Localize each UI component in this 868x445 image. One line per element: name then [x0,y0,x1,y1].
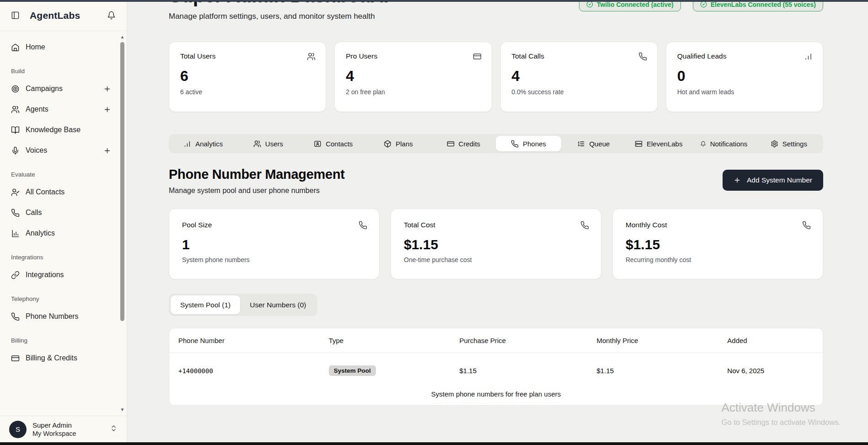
phone-numbers-table: Phone Number Type Purchase Price Monthly… [169,328,823,388]
stat-subtitle: One-time purchase cost [404,256,588,263]
tab-plans[interactable]: Plans [366,136,431,151]
sidebar-item-label: Billing & Credits [26,354,111,362]
sidebar-item-voices[interactable]: Voices [11,144,111,157]
user-name: Super Admin [32,421,76,429]
sidebar-item-label: Integrations [26,271,111,279]
stat-value: 1 [182,237,366,252]
stat-subtitle: Recurring monthly cost [626,256,810,263]
sidebar-item-agents[interactable]: Agents [11,102,111,116]
scroll-up-arrow-icon[interactable]: ▲ [119,35,125,39]
tab-queue[interactable]: Queue [561,136,626,151]
stat-title: Total Calls [512,52,646,60]
phone-icon [802,221,811,231]
subtab-user-numbers[interactable]: User Numbers (0) [240,295,316,314]
tab-elevenlabs[interactable]: ElevenLabs [626,136,691,151]
stat-title: Total Users [180,52,315,60]
stat-value: 0 [677,68,812,85]
phone-icon [580,221,589,231]
subtab-system-pool[interactable]: System Pool (1) [171,295,240,314]
sidebar-item-campaigns[interactable]: Campaigns [11,82,111,96]
stat-title: Pool Size [182,221,366,229]
stat-subtitle: 6 active [180,88,315,96]
tab-label: Phones [523,140,546,148]
table-row[interactable]: +14000000 System Pool $1.15 $1.15 Nov 6,… [169,353,823,389]
phone-icon [638,52,647,63]
tab-notifications[interactable]: Notifications [691,136,756,151]
sidebar-item-label: Campaigns [26,85,97,93]
book-open-icon [11,126,20,134]
sidebar-toggle-button[interactable] [11,11,20,20]
workspace-name: My Workspace [32,430,76,437]
id-card-icon [314,140,321,148]
brand-title: AgentLabs [30,10,107,21]
bar-chart-icon [183,140,191,148]
cell-phone-number: +14000000 [169,353,320,389]
stat-subtitle: 2 on free plan [346,88,480,96]
col-added: Added [718,328,823,353]
phone-icon [11,312,20,321]
stat-title: Total Cost [404,221,588,229]
col-phone-number: Phone Number [169,328,320,353]
stat-subtitle: 0.0% success rate [512,88,646,96]
tab-phones[interactable]: Phones [496,136,561,151]
bell-icon [700,141,706,147]
add-button-label: Add System Number [747,176,812,184]
sidebar-item-phone-numbers[interactable]: Phone Numbers [11,310,111,323]
list-ordered-icon [577,140,585,148]
notifications-bell-button[interactable] [107,11,116,20]
tab-analytics[interactable]: Analytics [171,136,236,151]
phone-icon [359,221,367,231]
server-icon [635,140,643,148]
sidebar-item-knowledge-base[interactable]: Knowledge Base [11,123,111,137]
stat-title: Pro Users [346,52,480,60]
avatar: S [9,421,27,438]
add-campaign-button[interactable] [103,85,111,93]
users-icon [253,140,261,148]
sidebar-item-all-contacts[interactable]: All Contacts [11,185,111,199]
admin-tabbar: Analytics Users Contacts Plans Credits P… [169,134,823,153]
stat-card-qualified-leads: Qualified Leads 0 Hot and warm leads [666,42,823,112]
sidebar-item-home[interactable]: Home [11,40,111,54]
system-pool-badge: System Pool [329,365,376,376]
col-monthly-price: Monthly Price [588,328,718,353]
phone-numbers-table-card: Phone Number Type Purchase Price Monthly… [169,328,823,406]
target-icon [11,85,20,93]
tab-credits[interactable]: Credits [431,136,496,151]
chevrons-up-down-icon [110,424,118,434]
sidebar-header: AgentLabs [0,0,127,31]
tab-contacts[interactable]: Contacts [301,136,366,151]
sidebar-scrollbar[interactable]: ▲ ▼ [119,35,125,412]
sidebar-item-billing-credits[interactable]: Billing & Credits [11,351,111,365]
home-icon [11,43,20,52]
add-voice-button[interactable] [103,147,111,155]
sidebar-item-label: Home [26,43,111,51]
tab-settings[interactable]: Settings [756,136,821,151]
workspace-switcher[interactable]: S Super Admin My Workspace [0,416,127,445]
sidebar-item-calls[interactable]: Calls [11,206,111,220]
sidebar-item-label: Phone Numbers [26,312,111,321]
sidebar-item-integrations[interactable]: Integrations [11,268,111,282]
tab-label: Queue [589,140,610,148]
col-purchase-price: Purchase Price [450,328,587,353]
user-check-icon [11,188,20,197]
sidebar-item-label: All Contacts [26,188,111,196]
phone-icon [11,209,20,217]
sidebar-item-analytics[interactable]: Analytics [11,226,111,240]
tab-label: Contacts [326,140,353,148]
stat-value: $1.15 [626,237,810,252]
window-bottom-strip [0,442,868,445]
tab-users[interactable]: Users [236,136,300,151]
scroll-down-arrow-icon[interactable]: ▼ [119,407,125,412]
sidebar-item-label: Voices [26,146,97,155]
main-content: Twilio Connected (active) ElevenLabs Con… [128,2,868,442]
scrollbar-thumb[interactable] [120,42,124,321]
watermark-title: Activate Windows [722,401,841,415]
sidebar-item-label: Analytics [26,229,111,237]
add-agent-button[interactable] [103,106,111,113]
phones-section-header: Phone Number Management Manage system po… [169,167,823,195]
phone-stats-row: Pool Size 1 System phone numbers Total C… [169,209,823,279]
watermark-subtitle: Go to Settings to activate Windows. [722,418,841,427]
stat-title: Monthly Cost [626,221,810,229]
stat-card-total-calls: Total Calls 4 0.0% success rate [500,42,658,112]
add-system-number-button[interactable]: Add System Number [723,170,823,191]
